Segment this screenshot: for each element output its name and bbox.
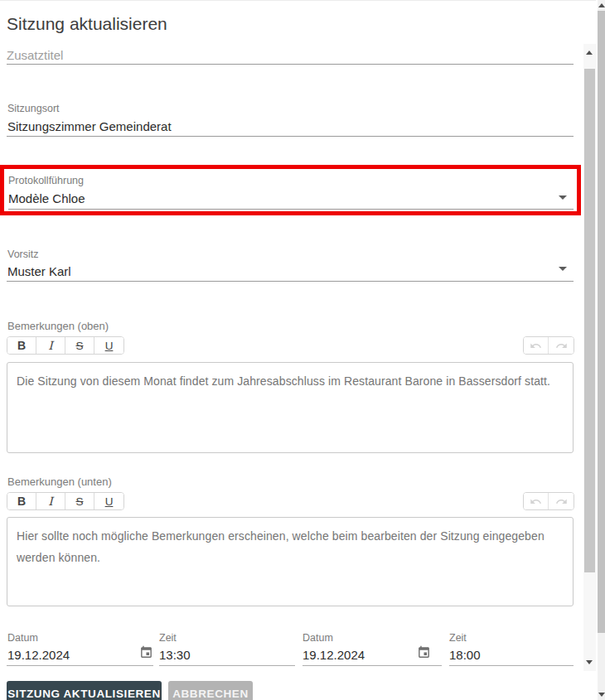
datum-start-underline — [7, 665, 153, 666]
chevron-down-icon[interactable] — [559, 196, 567, 200]
zeit-start-input[interactable]: 13:30 — [159, 648, 191, 662]
zusatztitel-underline — [7, 64, 574, 65]
format-toolbar-unten: B I S U — [7, 492, 124, 510]
zeit-start-label: Zeit — [159, 632, 177, 644]
undo-icon — [530, 495, 542, 508]
history-toolbar-unten — [523, 492, 574, 510]
page-scrollbar-thumb[interactable] — [598, 11, 605, 633]
format-toolbar-oben: B I S U — [7, 336, 124, 355]
annotation-highlight-box — [0, 165, 581, 215]
bold-button[interactable]: B — [7, 337, 36, 354]
undo-button[interactable] — [524, 493, 549, 509]
bemerkungen-oben-label: Bemerkungen (oben) — [7, 320, 109, 332]
undo-icon — [530, 340, 542, 352]
vorsitz-label: Vorsitz — [7, 249, 39, 260]
cancel-button[interactable]: ABBRECHEN — [168, 681, 253, 700]
zeit-start-underline — [159, 665, 295, 666]
datum-ende-label: Datum — [302, 632, 333, 644]
vorsitz-select[interactable]: Muster Karl — [7, 264, 71, 278]
redo-icon — [555, 495, 568, 508]
datum-start-input[interactable]: 19.12.2024 — [7, 648, 70, 662]
chevron-down-icon[interactable] — [559, 267, 567, 271]
protokollfuehrung-select[interactable]: Modèle Chloe — [8, 191, 85, 205]
zeit-ende-input[interactable]: 18:00 — [449, 648, 481, 662]
undo-button[interactable] — [524, 337, 549, 354]
datum-ende-underline — [302, 665, 442, 666]
dialog-top-edge — [0, 0, 596, 1]
datum-ende-input[interactable]: 19.12.2024 — [302, 648, 365, 662]
redo-icon — [555, 340, 568, 352]
vorsitz-underline — [7, 281, 574, 282]
italic-button[interactable]: I — [36, 337, 65, 354]
strikethrough-button[interactable]: S — [65, 493, 94, 509]
redo-button[interactable] — [549, 337, 574, 354]
bemerkungen-unten-label: Bemerkungen (unten) — [7, 476, 112, 488]
history-toolbar-oben — [523, 336, 574, 355]
scroll-down-arrow-icon[interactable] — [598, 693, 605, 697]
page-scrollbar[interactable] — [598, 0, 605, 700]
underline-button[interactable]: U — [94, 337, 123, 354]
sitzungsort-input[interactable]: Sitzungszimmer Gemeinderat — [7, 119, 172, 133]
protokollfuehrung-label: Protokollführung — [8, 175, 84, 186]
italic-button[interactable]: I — [36, 493, 65, 509]
calendar-icon[interactable] — [417, 645, 431, 659]
zeit-ende-label: Zeit — [449, 632, 467, 644]
update-meeting-button[interactable]: SITZUNG AKTUALISIEREN — [7, 681, 162, 700]
scroll-up-arrow-icon[interactable] — [598, 3, 605, 7]
update-meeting-dialog: Sitzung aktualisieren Zusatztitel Sitzun… — [0, 0, 605, 700]
scroll-up-arrow-icon[interactable] — [586, 51, 593, 55]
zeit-ende-underline — [449, 665, 574, 666]
scroll-down-arrow-icon[interactable] — [586, 660, 593, 664]
redo-button[interactable] — [549, 493, 574, 509]
calendar-icon[interactable] — [139, 645, 153, 659]
underline-button[interactable]: U — [94, 493, 123, 509]
bemerkungen-oben-editor[interactable]: Die Sitzung von diesem Monat findet zum … — [7, 362, 574, 453]
bold-button[interactable]: B — [7, 493, 36, 509]
dialog-scrollbar-thumb[interactable] — [584, 69, 595, 572]
strikethrough-button[interactable]: S — [65, 337, 94, 354]
dialog-scrollbar[interactable] — [583, 44, 596, 671]
sitzungsort-underline — [7, 136, 574, 137]
sitzungsort-label: Sitzungsort — [7, 103, 60, 114]
datum-start-label: Datum — [7, 632, 38, 644]
bemerkungen-unten-editor[interactable]: Hier sollte noch mögliche Bemerkungen er… — [7, 517, 574, 606]
page-title: Sitzung aktualisieren — [7, 14, 167, 34]
protokollfuehrung-underline — [8, 209, 574, 210]
zusatztitel-input[interactable]: Zusatztitel — [7, 48, 63, 62]
